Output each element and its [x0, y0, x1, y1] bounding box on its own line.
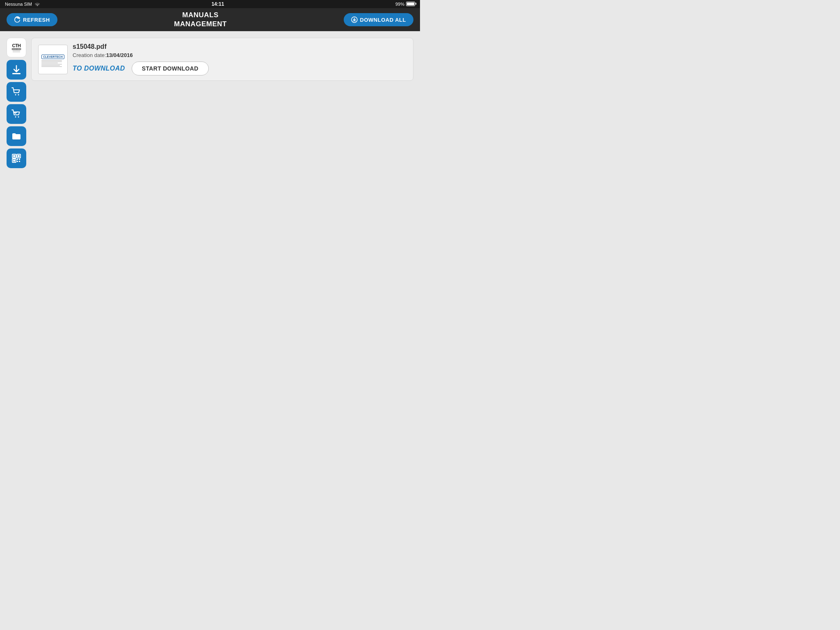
- status-time: 14:11: [212, 1, 224, 7]
- refresh-button[interactable]: REFRESH: [7, 13, 57, 26]
- status-to-download-label: TO DOWNLOAD: [73, 65, 125, 72]
- sidebar-item-qr[interactable]: [7, 148, 26, 168]
- page-title: MANUALSMANAGEMENT: [174, 11, 227, 29]
- download-all-label: DOWNLOAD ALL: [360, 17, 406, 23]
- svg-rect-12: [13, 160, 15, 162]
- status-right: 99%: [395, 2, 415, 7]
- carrier-label: Nessuna SIM: [5, 2, 32, 7]
- qr-icon: [11, 153, 22, 164]
- battery-icon: [406, 2, 415, 7]
- svg-rect-14: [17, 161, 18, 162]
- svg-rect-15: [19, 159, 20, 160]
- wifi-icon: [34, 2, 40, 7]
- manual-thumbnail: CLEVERTECH: [38, 45, 68, 74]
- manual-filename: s15048.pdf: [73, 43, 406, 50]
- start-download-button[interactable]: START DOWNLOAD: [132, 62, 209, 75]
- main-content: CTH ████████ ▬▬▬▬▬▬ ▬▬▬▬▬▬: [0, 31, 420, 175]
- manuals-area: CLEVERTECH s15048.pdf Creation date:13/0…: [31, 38, 413, 168]
- sidebar-item-folder[interactable]: [7, 126, 26, 146]
- status-bar: Nessuna SIM 14:11 99%: [0, 0, 420, 8]
- svg-point-3: [15, 94, 16, 96]
- sidebar-item-download[interactable]: [7, 60, 26, 80]
- download-all-icon: [351, 16, 358, 23]
- svg-rect-2: [12, 73, 21, 74]
- download-all-button[interactable]: DOWNLOAD ALL: [344, 13, 413, 26]
- sidebar-item-cart-check[interactable]: [7, 104, 26, 124]
- svg-point-6: [18, 116, 19, 118]
- cart-icon: [11, 87, 22, 97]
- sidebar: CTH ████████ ▬▬▬▬▬▬ ▬▬▬▬▬▬: [7, 38, 28, 168]
- manual-creation-date: Creation date:13/04/2016: [73, 52, 406, 58]
- svg-rect-13: [17, 159, 18, 160]
- battery-percentage: 99%: [395, 2, 404, 7]
- nav-bar: REFRESH MANUALSMANAGEMENT DOWNLOAD ALL: [0, 8, 420, 31]
- svg-rect-8: [13, 155, 15, 157]
- manual-status-row: TO DOWNLOAD START DOWNLOAD: [73, 62, 406, 75]
- svg-point-5: [15, 116, 16, 118]
- thumb-logo-text: CLEVERTECH: [41, 55, 64, 59]
- download-icon: [11, 64, 22, 75]
- folder-icon: [11, 131, 22, 142]
- sidebar-item-cth[interactable]: CTH ████████ ▬▬▬▬▬▬ ▬▬▬▬▬▬: [7, 38, 26, 57]
- cth-logo: CTH ████████ ▬▬▬▬▬▬ ▬▬▬▬▬▬: [12, 43, 21, 52]
- cart-check-icon: [11, 109, 22, 119]
- refresh-label: REFRESH: [23, 17, 50, 23]
- manual-info: s15048.pdf Creation date:13/04/2016 TO D…: [73, 43, 406, 75]
- svg-rect-16: [19, 161, 20, 162]
- refresh-icon: [14, 16, 21, 23]
- svg-rect-10: [18, 155, 20, 157]
- sidebar-item-cart[interactable]: [7, 82, 26, 102]
- status-left: Nessuna SIM: [5, 2, 40, 7]
- manual-card: CLEVERTECH s15048.pdf Creation date:13/0…: [31, 38, 413, 81]
- svg-point-4: [18, 94, 19, 96]
